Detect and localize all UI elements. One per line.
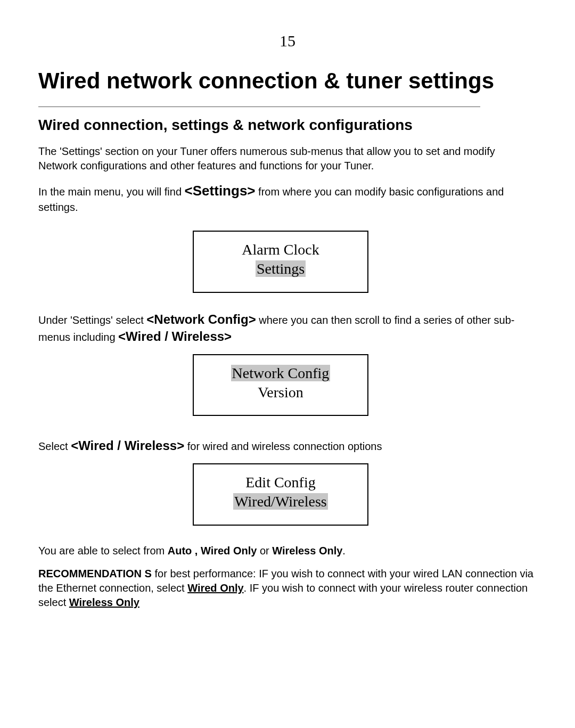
text-run: Under 'Settings' select <box>38 314 146 326</box>
ui-label-wired-wireless: <Wired / Wireless> <box>118 329 232 343</box>
menu-item: Edit Config <box>197 473 364 492</box>
menu-screenshot-1: Alarm Clock Settings <box>193 231 368 293</box>
option-auto-wired: Auto , Wired Only <box>168 545 260 557</box>
paragraph-network-config: Under 'Settings' select <Network Config>… <box>38 311 537 346</box>
text-run: Select <box>38 440 71 452</box>
recommendations-paragraph: RECOMMENDATION S for best performance: I… <box>38 567 537 610</box>
ui-label-wired-wireless-2: <Wired / Wireless> <box>71 438 184 453</box>
menu-item-selected: Wired/Wireless <box>197 492 364 511</box>
intro-paragraph-1: The 'Settings' section on your Tuner off… <box>38 144 537 173</box>
menu-item-selected: Settings <box>197 259 364 279</box>
horizontal-rule <box>38 107 480 107</box>
ui-label-settings: <Settings> <box>185 183 256 199</box>
option-wireless-only: Wireless Only <box>272 545 342 557</box>
document-page: 15 Wired network connection & tuner sett… <box>0 0 575 728</box>
menu-screenshot-2: Network Config Version <box>193 354 368 416</box>
text-run: . <box>342 545 346 557</box>
ui-label-network-config: <Network Config> <box>146 312 256 326</box>
text-run: for wired and wireless connection option… <box>184 440 382 452</box>
option-wired-only-underline: Wired Only <box>187 582 243 594</box>
paragraph-select-wired-wireless: Select <Wired / Wireless> for wired and … <box>38 437 537 454</box>
text-run: or <box>260 545 272 557</box>
recommendation-label: RECOMMENDATION S <box>38 568 152 579</box>
menu-item: Alarm Clock <box>197 240 364 259</box>
selected-text: Network Config <box>231 365 331 381</box>
intro-paragraph-2: In the main menu, you will find <Setting… <box>38 182 537 215</box>
page-number: 15 <box>38 32 537 50</box>
section-heading: Wired connection, settings & network con… <box>38 117 537 134</box>
menu-item: Version <box>197 383 364 402</box>
menu-screenshot-3: Edit Config Wired/Wireless <box>193 463 368 526</box>
selected-text: Wired/Wireless <box>233 493 327 510</box>
selected-text: Settings <box>256 260 306 277</box>
page-title: Wired network connection & tuner setting… <box>38 68 537 94</box>
option-wireless-only-underline: Wireless Only <box>69 596 139 608</box>
text-run: You are able to select from <box>38 545 168 557</box>
menu-item-selected: Network Config <box>197 364 364 383</box>
options-paragraph: You are able to select from Auto , Wired… <box>38 544 537 558</box>
text-run: In the main menu, you will find <box>38 186 185 198</box>
